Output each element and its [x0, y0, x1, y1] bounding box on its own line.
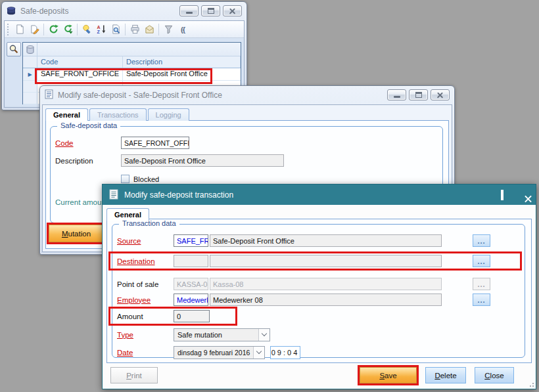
layout-icon: ({	[181, 26, 185, 33]
refresh-button[interactable]	[47, 23, 60, 36]
print-button-toolbar[interactable]	[128, 23, 141, 36]
maximize-icon	[415, 92, 422, 98]
tab-general[interactable]: General	[45, 108, 88, 121]
amount-label: Amount	[117, 313, 174, 320]
envelope-button[interactable]	[143, 23, 156, 36]
point-of-sale-description-field: Kassa-08	[210, 278, 442, 290]
grid-toolbar-row	[23, 43, 241, 56]
window-title: Modify safe-deposit - Safe-Deposit Front…	[58, 91, 383, 100]
highlight-box-mutation: Mutation	[47, 223, 106, 244]
safe-deposits-titlebar[interactable]: Safe-deposits	[2, 2, 246, 20]
row-selector	[23, 93, 37, 104]
code-field[interactable]: SAFE_FRONT_OFFICE	[121, 137, 189, 149]
date-label: Date	[117, 349, 174, 357]
time-field[interactable]: 09:04	[270, 346, 300, 359]
tab-bar: General	[103, 205, 536, 220]
highlight-box-save: Save	[358, 365, 419, 385]
toolbar-separator	[77, 24, 78, 35]
resize-grip[interactable]	[528, 381, 534, 387]
type-select[interactable]: Safe mutation	[174, 328, 270, 341]
print-button[interactable]: Print	[110, 367, 158, 383]
magnifier-icon	[9, 44, 19, 54]
destination-code-field[interactable]	[174, 255, 208, 267]
date-value: dinsdag 9 februari 2016	[174, 349, 253, 357]
modify-transaction-window: Modify safe-deposit transaction General …	[102, 184, 536, 389]
maximize-button[interactable]	[501, 191, 504, 199]
new-record-icon	[15, 24, 25, 34]
date-dropdown-button[interactable]	[253, 347, 264, 359]
description-field[interactable]: Safe-Deposit Front Office	[121, 154, 284, 167]
blocked-checkbox[interactable]	[121, 175, 129, 183]
maximize-icon	[208, 8, 214, 14]
close-button[interactable]	[431, 89, 450, 100]
lamp-button[interactable]	[80, 23, 93, 36]
window-title: Modify safe-deposit transaction	[124, 190, 475, 200]
sort-az-button[interactable]: AZ	[95, 23, 108, 36]
maximize-icon	[501, 190, 504, 200]
amount-field[interactable]: 0	[174, 310, 210, 322]
toolbar-separator	[125, 24, 126, 35]
maximize-button[interactable]	[409, 89, 428, 100]
type-dropdown-button[interactable]	[258, 329, 270, 341]
modify-safe-deposit-titlebar[interactable]: Modify safe-deposit - Safe-Deposit Front…	[40, 86, 454, 104]
minimize-button[interactable]	[179, 5, 199, 16]
employee-label: Employee	[117, 296, 174, 304]
table-row[interactable]: ▶ SAFE_FRONT_OFFICE Safe-Deposit Front O…	[23, 68, 241, 81]
magnifier-button[interactable]	[7, 42, 21, 56]
filter-icon	[164, 24, 174, 34]
source-row: Source SAFE_FRO Safe-Deposit Front Offic…	[117, 234, 518, 248]
preview-icon	[111, 24, 121, 34]
maximize-button[interactable]	[201, 5, 220, 16]
tab-logging[interactable]: Logging	[148, 108, 189, 121]
filter-button[interactable]	[162, 23, 175, 36]
edit-record-button[interactable]	[28, 23, 41, 36]
type-row: Type Safe mutation	[117, 328, 518, 341]
delete-button[interactable]: Delete	[425, 367, 466, 383]
column-header-description[interactable]: Description	[123, 56, 241, 68]
date-row: Date dinsdag 9 februari 2016 09:04	[117, 345, 518, 359]
mutation-button[interactable]: Mutation	[49, 225, 104, 242]
layout-button[interactable]: ({	[176, 23, 189, 36]
preview-button[interactable]	[109, 23, 122, 36]
description-label: Description	[55, 157, 121, 165]
employee-code-field[interactable]: Medewerk	[174, 294, 208, 306]
source-description-field[interactable]: Safe-Deposit Front Office	[210, 234, 442, 247]
code-row: Code SAFE_FRONT_OFFICE	[55, 136, 436, 150]
column-header-code[interactable]: Code	[37, 56, 123, 68]
safe-icon	[7, 6, 16, 16]
row-selector	[23, 81, 37, 92]
tab-bar: General Transactions Logging	[43, 105, 452, 120]
refresh-all-button[interactable]	[61, 23, 74, 36]
current-amount-label: Current amount	[55, 198, 108, 206]
source-code-field[interactable]: SAFE_FRO	[174, 234, 208, 247]
employee-description-field[interactable]: Medewerker 08	[210, 294, 442, 306]
close-button[interactable]	[223, 5, 242, 16]
cell-description[interactable]: Safe-Deposit Front Office	[123, 68, 241, 80]
svg-text:A: A	[97, 25, 100, 30]
blocked-label: Blocked	[133, 175, 159, 183]
chevron-down-icon	[262, 331, 267, 336]
dialog-button-row: Print Save Delete Close	[107, 366, 531, 384]
print-icon	[130, 24, 140, 34]
save-button[interactable]: Save	[360, 367, 417, 383]
tab-transactions[interactable]: Transactions	[89, 108, 147, 121]
grid-header-row: Code Description	[23, 56, 241, 68]
modify-transaction-titlebar[interactable]: Modify safe-deposit transaction	[103, 185, 536, 205]
point-of-sale-code-field: KASSA-08	[174, 278, 208, 290]
minimize-button[interactable]	[387, 89, 406, 100]
date-select[interactable]: dinsdag 9 februari 2016	[174, 346, 265, 359]
description-row: Description Safe-Deposit Front Office	[55, 154, 436, 167]
source-browse-button[interactable]: ...	[473, 234, 490, 247]
sort-az-icon: AZ	[97, 24, 106, 34]
close-button[interactable]: Close	[475, 367, 514, 383]
new-record-button[interactable]	[13, 23, 26, 36]
employee-browse-button[interactable]: ...	[473, 294, 490, 306]
document-icon	[109, 189, 118, 201]
toolbar-grip	[7, 24, 10, 35]
cell-code[interactable]: SAFE_FRONT_OFFICE	[37, 68, 123, 80]
minimize-icon	[394, 96, 400, 98]
destination-browse-button[interactable]: ...	[473, 255, 490, 267]
destination-description-field[interactable]	[210, 255, 442, 267]
tab-general[interactable]: General	[106, 208, 149, 221]
refresh-all-icon	[63, 24, 73, 34]
